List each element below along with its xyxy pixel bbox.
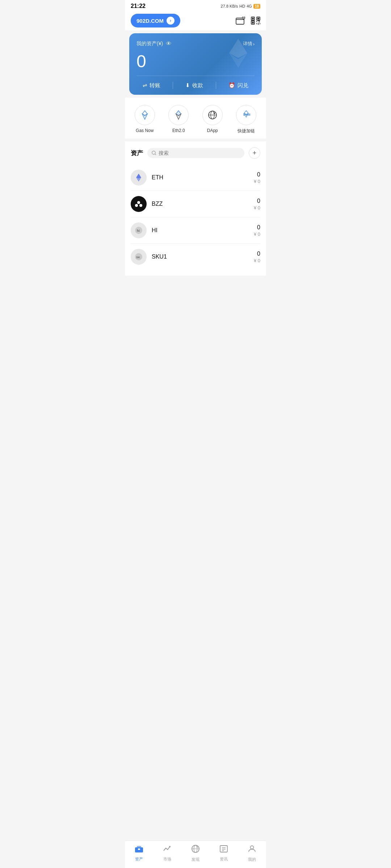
eth-watermark: [222, 37, 255, 71]
quick-menu: Gas Now Eth2.0 DApp EVM: [125, 98, 266, 139]
svg-rect-7: [257, 18, 259, 20]
assets-section: 资产 + ETH 0 ¥ 0: [125, 141, 266, 276]
add-asset-button[interactable]: +: [249, 147, 260, 159]
sku1-amount: 0: [254, 251, 260, 257]
bzz-values: 0 ¥ 0: [254, 198, 260, 210]
top-nav: 902D.COM ›: [125, 11, 266, 30]
search-icon: [152, 150, 156, 156]
signal-icon: 4G: [247, 4, 252, 8]
transfer-icon: ⇌: [143, 82, 147, 89]
scan-button[interactable]: [251, 17, 260, 25]
asset-label: 我的资产(¥) 👁: [136, 41, 172, 47]
status-icons: 27.8 KB/s HD 4G 18: [221, 4, 260, 9]
bzz-cny: ¥ 0: [254, 205, 260, 210]
add-wallet-button[interactable]: [236, 17, 245, 25]
svg-point-30: [152, 151, 155, 154]
quick-item-gas-now[interactable]: Gas Now: [135, 105, 155, 134]
hi-values: 0 ¥ 0: [254, 224, 260, 237]
brand-button[interactable]: 902D.COM ›: [131, 14, 180, 27]
action-divider-2: [216, 82, 216, 89]
svg-point-34: [137, 201, 140, 204]
receive-label: 收款: [192, 82, 203, 89]
eth-cny: ¥ 0: [254, 179, 260, 184]
brand-label: 902D.COM: [136, 18, 164, 24]
eth-logo: [131, 170, 147, 186]
eth2-label: Eth2.0: [172, 128, 185, 133]
eth-values: 0 ¥ 0: [254, 171, 260, 184]
quick-item-quick-chain[interactable]: EVM 快捷加链: [236, 105, 256, 134]
svg-point-35: [135, 204, 138, 207]
hi-symbol: HI: [152, 227, 254, 234]
quick-chain-icon-circle: EVM: [236, 105, 256, 125]
asset-item-sku1[interactable]: SK SKU1 0 ¥ 0: [131, 244, 260, 270]
nav-icon-group: [236, 17, 260, 25]
quick-chain-label: 快捷加链: [237, 128, 255, 134]
eye-icon[interactable]: 👁: [166, 41, 172, 47]
svg-rect-9: [252, 22, 254, 24]
svg-marker-17: [229, 39, 247, 58]
sku1-symbol: SKU1: [152, 254, 254, 260]
asset-item-eth[interactable]: ETH 0 ¥ 0: [131, 165, 260, 191]
eth-amount: 0: [254, 171, 260, 178]
asset-item-hi[interactable]: hi HI 0 ¥ 0: [131, 217, 260, 244]
transfer-label: 转账: [150, 82, 160, 89]
bzz-symbol: BZZ: [152, 201, 254, 207]
svg-marker-32: [136, 174, 141, 179]
flash-button[interactable]: ⏰ 闪兑: [228, 82, 248, 89]
eth-symbol: ETH: [152, 174, 254, 181]
hi-logo: hi: [131, 222, 147, 238]
svg-rect-5: [252, 18, 254, 20]
gas-now-icon-circle: [135, 105, 155, 125]
action-divider-1: [173, 82, 173, 89]
asset-label-text: 我的资产(¥): [136, 41, 163, 47]
battery-icon: 18: [253, 4, 260, 9]
svg-text:hi: hi: [137, 229, 140, 233]
sku1-logo: SK: [131, 249, 147, 265]
bzz-logo: [131, 196, 147, 212]
hd-badge: HD: [239, 4, 245, 8]
assets-title: 资产: [131, 149, 143, 157]
svg-text:SK: SK: [136, 256, 140, 259]
bzz-amount: 0: [254, 198, 260, 204]
asset-item-bzz[interactable]: BZZ 0 ¥ 0: [131, 191, 260, 217]
asset-list: ETH 0 ¥ 0 BZZ 0 ¥ 0: [131, 165, 260, 270]
svg-point-26: [214, 112, 215, 114]
speed-indicator: 27.8 KB/s: [221, 4, 238, 8]
dapp-icon-circle: [202, 105, 223, 125]
search-input[interactable]: [159, 150, 240, 156]
transfer-button[interactable]: ⇌ 转账: [143, 82, 160, 89]
dapp-label: DApp: [207, 128, 218, 133]
flash-label: 闪兑: [237, 82, 248, 89]
brand-arrow-icon: ›: [167, 17, 175, 25]
search-bar[interactable]: [147, 148, 244, 158]
flash-icon: ⏰: [228, 82, 235, 89]
status-bar: 21:22 27.8 KB/s HD 4G 18: [125, 0, 266, 11]
receive-icon: ⬇: [185, 82, 190, 89]
svg-point-36: [139, 204, 142, 207]
quick-item-eth2[interactable]: Eth2.0: [168, 105, 189, 134]
status-time: 21:22: [131, 3, 146, 9]
sku1-values: 0 ¥ 0: [254, 251, 260, 263]
hi-cny: ¥ 0: [254, 231, 260, 237]
eth2-icon-circle: [168, 105, 189, 125]
svg-marker-20: [142, 114, 147, 119]
asset-card: 我的资产(¥) 👁 详情 › 0 ⇌ 转账 ⬇ 收款 ⏰ 闪兑: [129, 33, 262, 95]
card-actions: ⇌ 转账 ⬇ 收款 ⏰ 闪兑: [136, 76, 255, 95]
quick-item-dapp[interactable]: DApp: [202, 105, 223, 134]
gas-now-label: Gas Now: [136, 128, 154, 133]
svg-line-31: [155, 154, 156, 155]
sku1-cny: ¥ 0: [254, 258, 260, 263]
receive-button[interactable]: ⬇ 收款: [185, 82, 203, 89]
hi-amount: 0: [254, 224, 260, 231]
assets-header: 资产 +: [131, 147, 260, 159]
